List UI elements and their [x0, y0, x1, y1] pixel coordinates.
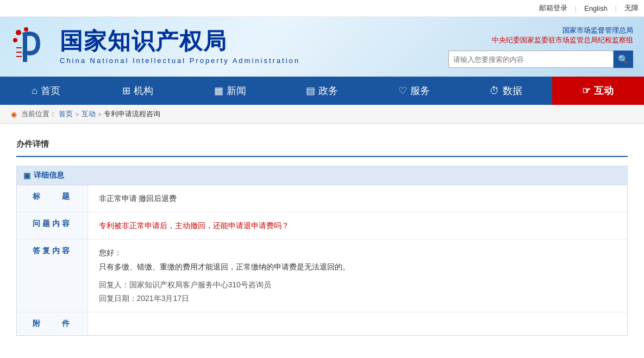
gov-link-2[interactable]: 中央纪委国家监委驻市场监管总局纪检监察组 [492, 35, 633, 45]
breadcrumb-current: 专利申请流程咨询 [104, 109, 160, 119]
breadcrumb-sep-2: > [98, 110, 102, 118]
detail-header: ▣ 详细信息 [17, 166, 627, 185]
nav-item-jigou[interactable]: ⊞ 机构 [92, 77, 184, 105]
value-question: 专利被非正常申请后，主动撤回，还能申请退申请费吗？ [87, 212, 627, 240]
svg-point-0 [16, 30, 21, 35]
value-title: 非正常申请 撤回后退费 [87, 185, 627, 212]
breadcrumb-home[interactable]: 首页 [59, 109, 73, 119]
cnipa-logo-icon [11, 25, 54, 68]
reply-meta: 回复人：国家知识产权局客户服务中心310号咨询员 回复日期：2021年3月17日 [99, 278, 617, 305]
logo-english: China National Intellectual Property Adm… [60, 56, 300, 65]
value-attachment [87, 312, 627, 336]
nav-label-xinwen: 新闻 [227, 84, 246, 97]
breadcrumb-hudong[interactable]: 互动 [82, 109, 96, 119]
table-row-attachment: 附 件 [17, 312, 627, 336]
gov-links: 国家市场监督管理总局 中央纪委国家监委驻市场监管总局纪检监察组 [492, 26, 633, 45]
xinwen-icon: ▦ [214, 85, 223, 97]
label-attachment: 附 件 [17, 312, 87, 336]
main-nav: ⌂ 首页 ⊞ 机构 ▦ 新闻 ▤ 政务 ♡ 服务 ⏱ 数据 ☞ 互动 [0, 77, 644, 105]
jigou-icon: ⊞ [122, 85, 130, 97]
location-icon: ◉ [11, 110, 17, 118]
table-row-reply: 答复内容 您好： 只有多缴、错缴、重缴的费用才能退回，正常缴纳的申请费是无法退回… [17, 240, 627, 312]
wuzhang-link[interactable]: 无障 [624, 3, 639, 13]
nav-item-zhengwu[interactable]: ▤ 政务 [276, 77, 368, 105]
nav-label-hudong: 互动 [594, 84, 614, 97]
nav-item-shuju[interactable]: ⏱ 数据 [460, 77, 552, 105]
reply-person: 回复人：国家知识产权局客户服务中心310号咨询员 [99, 278, 617, 292]
breadcrumb-prefix: 当前位置： [21, 109, 57, 119]
svg-point-1 [24, 27, 28, 32]
gov-link-1[interactable]: 国家市场监督管理总局 [492, 26, 633, 35]
table-row-question: 问题内容 专利被非正常申请后，主动撤回，还能申请退申请费吗？ [17, 212, 627, 240]
section-title: 办件详情 [16, 135, 628, 157]
label-reply: 答复内容 [17, 240, 87, 312]
detail-section: ▣ 详细信息 标 题 非正常申请 撤回后退费 问题内容 专利被非正常申请后，主动… [16, 166, 628, 336]
breadcrumb-sep-1: > [75, 110, 79, 118]
nav-label-home: 首页 [41, 84, 60, 97]
nav-label-zhengwu: 政务 [318, 84, 338, 97]
nav-item-home[interactable]: ⌂ 首页 [0, 77, 92, 105]
svg-point-2 [13, 38, 17, 42]
header-logo: 国家知识产权局 China National Intellectual Prop… [0, 17, 311, 77]
reply-greeting: 您好： [99, 246, 617, 260]
header: 国家知识产权局 China National Intellectual Prop… [0, 17, 644, 77]
top-bar-links: 邮箱登录 | English | 无障 [539, 3, 639, 13]
label-question: 问题内容 [17, 212, 87, 240]
separator-1: | [575, 4, 577, 12]
shuju-icon: ⏱ [490, 85, 499, 97]
nav-label-shuju: 数据 [503, 84, 522, 97]
home-icon: ⌂ [32, 85, 37, 97]
main-content: 办件详情 ▣ 详细信息 标 题 非正常申请 撤回后退费 问题内容 专利被非正常申… [0, 124, 644, 347]
detail-header-label: 详细信息 [34, 171, 64, 180]
search-button[interactable]: 🔍 [614, 51, 633, 68]
email-login-link[interactable]: 邮箱登录 [539, 3, 567, 13]
search-bar: 🔍 [448, 51, 633, 68]
search-icon: 🔍 [618, 54, 629, 65]
english-link[interactable]: English [584, 4, 608, 12]
svg-rect-3 [23, 35, 27, 62]
top-bar: 邮箱登录 | English | 无障 [0, 0, 644, 17]
detail-header-icon: ▣ [23, 171, 30, 180]
fuwu-icon: ♡ [398, 85, 407, 97]
logo-chinese: 国家知识产权局 [60, 29, 300, 54]
reply-body: 只有多缴、错缴、重缴的费用才能退回，正常缴纳的申请费是无法退回的。 [99, 260, 617, 274]
search-input[interactable] [448, 51, 614, 68]
reply-date: 回复日期：2021年3月17日 [99, 292, 617, 305]
hudong-icon: ☞ [582, 85, 591, 97]
nav-label-fuwu: 服务 [410, 84, 430, 97]
separator-2: | [615, 4, 617, 12]
logo-text: 国家知识产权局 China National Intellectual Prop… [60, 29, 300, 64]
label-title: 标 题 [17, 185, 87, 212]
nav-item-hudong[interactable]: ☞ 互动 [552, 77, 644, 105]
value-reply: 您好： 只有多缴、错缴、重缴的费用才能退回，正常缴纳的申请费是无法退回的。 回复… [87, 240, 627, 312]
header-right: 国家市场监督管理总局 中央纪委国家监委驻市场监管总局纪检监察组 🔍 [311, 17, 644, 77]
nav-item-fuwu[interactable]: ♡ 服务 [368, 77, 460, 105]
nav-label-jigou: 机构 [134, 84, 153, 97]
nav-item-xinwen[interactable]: ▦ 新闻 [184, 77, 276, 105]
detail-table: 标 题 非正常申请 撤回后退费 问题内容 专利被非正常申请后，主动撤回，还能申请… [17, 185, 627, 335]
zhengwu-icon: ▤ [306, 85, 315, 97]
table-row-title: 标 题 非正常申请 撤回后退费 [17, 185, 627, 212]
breadcrumb: ◉ 当前位置： 首页 > 互动 > 专利申请流程咨询 [0, 105, 644, 124]
